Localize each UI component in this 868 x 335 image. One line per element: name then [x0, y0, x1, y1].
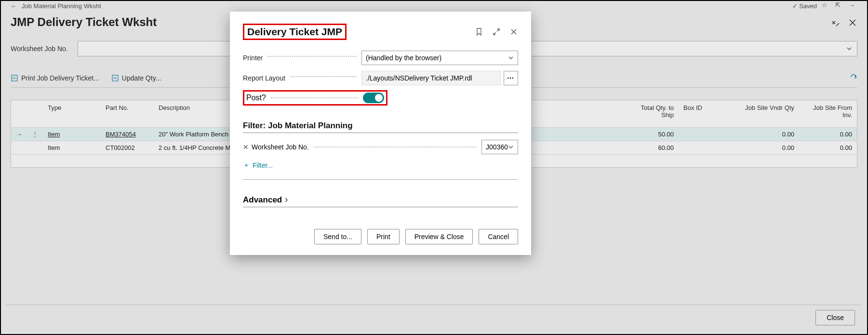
next-icon[interactable]: → [849, 1, 857, 10]
print-button[interactable]: Print [367, 229, 400, 244]
cell-type: Item [43, 141, 101, 155]
filter-value-select[interactable]: J00360 [481, 140, 518, 154]
cell-part[interactable]: BM374054 [106, 131, 136, 138]
col-box[interactable]: Box ID [679, 100, 736, 128]
add-filter-button[interactable]: ＋ Filter... [243, 161, 518, 170]
report-layout-label: Report Layout [243, 74, 285, 82]
cell-inv: 0.00 [799, 141, 857, 155]
cell-total: 60.00 [626, 141, 679, 155]
popout-icon[interactable]: ⇱ [835, 1, 844, 10]
row-pointer-icon: → [11, 128, 27, 141]
col-type[interactable]: Type [43, 100, 101, 128]
col-vndr[interactable]: Job Site Vndr Qty [736, 100, 799, 128]
pin-icon[interactable]: ☆ [822, 1, 830, 10]
minimize-icon[interactable] [831, 18, 841, 29]
chevron-down-icon [508, 144, 514, 150]
cell-box [679, 128, 736, 141]
filter-field-label: Worksheet Job No. [252, 143, 309, 151]
bookmark-icon[interactable] [475, 27, 483, 36]
saved-indicator: ✓ Saved [792, 2, 817, 10]
col-total-qty[interactable]: Total Qty. to Ship [626, 100, 679, 128]
advanced-section-toggle[interactable]: Advanced [243, 195, 518, 207]
worksheet-job-no-label: Worksheet Job No. [11, 45, 68, 53]
send-to-button[interactable]: Send to... [314, 229, 361, 244]
print-delivery-ticket-button[interactable]: Print Job Delivery Ticket... [11, 74, 99, 82]
expand-icon[interactable] [492, 27, 501, 36]
row-menu-icon[interactable]: ⋮ [27, 128, 43, 141]
dialog-title: Delivery Ticket JMP [247, 26, 342, 37]
col-frominv[interactable]: Job Site From Inv. [799, 100, 857, 128]
back-icon[interactable]: ← [11, 2, 17, 10]
cell-box [679, 141, 736, 155]
post-label: Post? [246, 94, 266, 102]
chevron-down-icon [508, 55, 514, 61]
delivery-ticket-dialog: Delivery Ticket JMP Printer (Handled by … [230, 12, 531, 255]
close-page-icon[interactable] [848, 18, 857, 29]
plus-icon: ＋ [243, 161, 250, 170]
close-button[interactable]: Close [815, 310, 855, 325]
printer-select[interactable]: (Handled by the browser) [361, 51, 518, 65]
cancel-button[interactable]: Cancel [479, 229, 518, 244]
report-layout-lookup-button[interactable]: ⋯ [504, 71, 518, 85]
close-icon[interactable] [509, 27, 518, 36]
share-icon[interactable] [850, 73, 857, 82]
update-qty-button[interactable]: Update Qty... [111, 74, 161, 82]
col-part[interactable]: Part No. [101, 100, 154, 128]
breadcrumb: Job Material Planning Wksht [22, 2, 101, 10]
chevron-right-icon [284, 198, 289, 202]
cell-total: 50.00 [626, 128, 679, 141]
report-layout-field: ./Layouts/NSDelivery Ticket JMP.rdl [361, 71, 501, 85]
page-title: JMP Delivery Ticket Wksht [11, 15, 157, 29]
cell-vndr: 0.00 [736, 128, 799, 141]
filter-section-title: Filter: Job Material Planning [243, 121, 518, 133]
printer-label: Printer [243, 54, 263, 62]
report-icon [111, 74, 119, 82]
chevron-down-icon [846, 46, 852, 52]
remove-filter-icon[interactable]: ✕ [243, 143, 249, 151]
cell-part[interactable]: CT002002 [101, 141, 154, 155]
preview-close-button[interactable]: Preview & Close [405, 229, 473, 244]
cell-inv: 0.00 [799, 128, 857, 141]
cell-vndr: 0.00 [736, 141, 799, 155]
cell-type[interactable]: Item [48, 131, 60, 138]
report-icon [11, 74, 18, 82]
post-toggle[interactable] [363, 93, 384, 103]
